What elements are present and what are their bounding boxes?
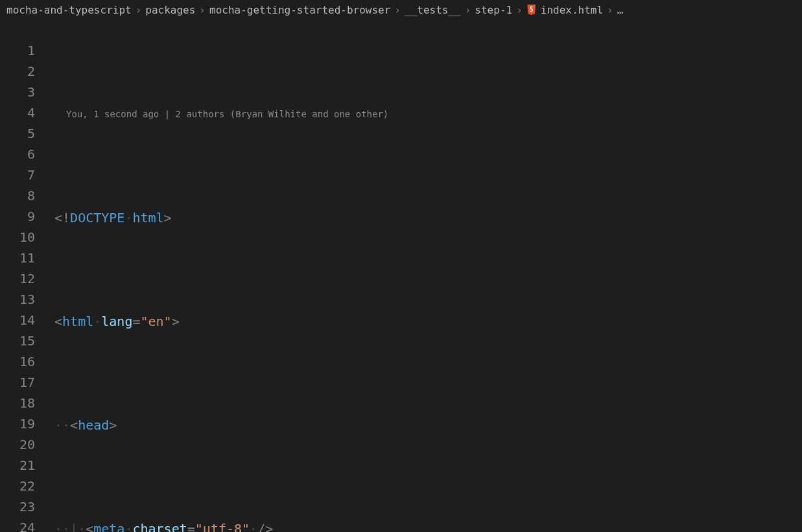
line-number: 17 <box>0 372 35 393</box>
crumb-root[interactable]: mocha-and-typescript <box>6 4 132 16</box>
line-number: 11 <box>0 248 35 268</box>
code-line[interactable]: <html·lang="en"> <box>54 311 802 332</box>
crumb-sep: › <box>607 4 613 16</box>
git-blame-codelens[interactable]: You, 1 second ago | 2 authors (Bryan Wil… <box>54 102 802 124</box>
breadcrumb[interactable]: mocha-and-typescript › packages › mocha-… <box>0 0 802 19</box>
crumb-packages[interactable]: packages <box>145 4 195 16</box>
line-number: 20 <box>0 434 35 455</box>
line-number: 1 <box>0 40 35 61</box>
crumb-sep: › <box>394 4 401 16</box>
line-number-gutter: 1 2 3 4 5 6 7 8 9 10 11 12 13 14 15 16 1… <box>0 19 51 532</box>
line-number: 16 <box>0 351 35 372</box>
line-number: 9 <box>0 206 35 227</box>
line-number: 23 <box>0 496 35 517</box>
line-number: 12 <box>0 268 35 289</box>
line-number: 6 <box>0 144 35 165</box>
crumb-more[interactable]: … <box>617 4 624 16</box>
html5-icon <box>526 5 537 15</box>
crumb-sep: › <box>516 4 523 16</box>
line-number: 21 <box>0 455 35 476</box>
crumb-pkg[interactable]: mocha-getting-started-browser <box>209 4 390 16</box>
code-line[interactable]: <!DOCTYPE·html> <box>54 207 802 228</box>
line-number: 15 <box>0 330 35 351</box>
line-number: 24 <box>0 517 35 532</box>
crumb-step[interactable]: step-1 <box>475 4 512 16</box>
line-number: 8 <box>0 185 35 206</box>
line-number: 10 <box>0 227 35 248</box>
code-editor[interactable]: 1 2 3 4 5 6 7 8 9 10 11 12 13 14 15 16 1… <box>0 19 802 532</box>
code-area[interactable]: You, 1 second ago | 2 authors (Bryan Wil… <box>51 19 802 532</box>
crumb-sep: › <box>199 4 206 16</box>
crumb-tests[interactable]: __tests__ <box>405 4 461 16</box>
line-number: 3 <box>0 82 35 102</box>
crumb-sep: › <box>465 4 471 16</box>
line-number: 13 <box>0 289 35 310</box>
line-number: 22 <box>0 476 35 496</box>
line-number: 5 <box>0 123 35 144</box>
line-number: 14 <box>0 310 35 330</box>
line-number: 4 <box>0 102 35 123</box>
code-line[interactable]: ··<head> <box>54 415 802 435</box>
line-number: 7 <box>0 165 35 185</box>
line-number: 18 <box>0 393 35 413</box>
line-number: 2 <box>0 61 35 82</box>
line-number: 19 <box>0 413 35 434</box>
code-line[interactable]: ··|·<meta·charset="utf-8"·/> <box>54 518 802 532</box>
crumb-file[interactable]: index.html <box>541 4 603 16</box>
crumb-sep: › <box>136 4 142 16</box>
